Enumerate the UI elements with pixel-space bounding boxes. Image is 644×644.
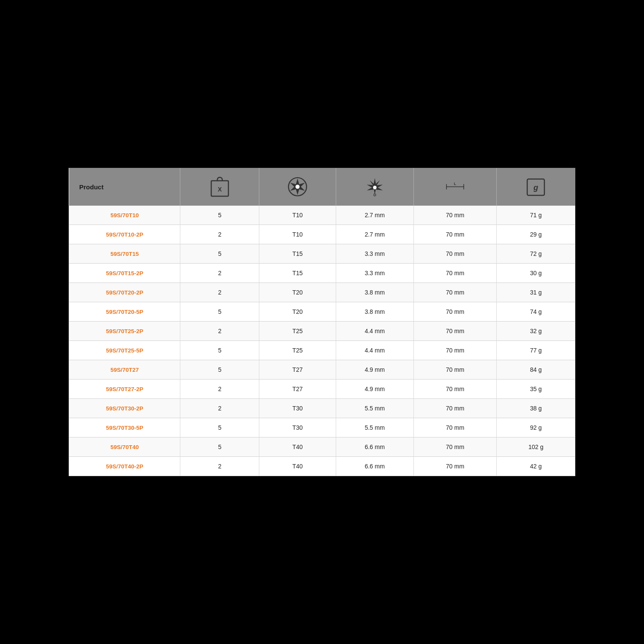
diameter-cell: 3.8 mm [336,283,413,302]
product-cell: 59S/70T10 [69,206,180,225]
weight-cell: 31 g [497,283,575,302]
torx-cell: T30 [259,418,336,437]
product-cell: 59S/70T25-2P [69,322,180,341]
weight-cell: 30 g [497,264,575,283]
diameter-star-icon: D [365,177,384,196]
torx-cell: T20 [259,283,336,302]
diameter-cell: 4.9 mm [336,380,413,399]
table-row: 59S/70T275T274.9 mm70 mm84 g [69,360,575,380]
product-cell: 59S/70T40 [69,437,180,457]
diameter-cell: 5.5 mm [336,399,413,418]
weight-cell: 72 g [497,244,575,264]
length-cell: 70 mm [413,302,497,322]
product-cell: 59S/70T25-5P [69,341,180,360]
qty-cell: 2 [180,457,259,476]
weight-cell: 42 g [497,457,575,476]
diameter-cell: 2.7 mm [336,225,413,244]
torx-cell: T40 [259,457,336,476]
table-row: 59S/70T25-5P5T254.4 mm70 mm77 g [69,341,575,360]
col-header-product: Product [69,168,180,206]
table-row: 59S/70T30-2P2T305.5 mm70 mm38 g [69,399,575,418]
torx-cell: T15 [259,264,336,283]
qty-cell: 5 [180,244,259,264]
product-cell: 59S/70T40-2P [69,457,180,476]
product-cell: 59S/70T27-2P [69,380,180,399]
length-icon-group: L [419,181,492,193]
table-header-row: Product X [69,168,575,206]
length-cell: 70 mm [413,418,497,437]
qty-cell: 5 [180,341,259,360]
qty-cell: 5 [180,418,259,437]
torx-cell: T25 [259,322,336,341]
product-cell: 59S/70T20-2P [69,283,180,302]
table-row: 59S/70T30-5P5T305.5 mm70 mm92 g [69,418,575,437]
table-row: 59S/70T405T406.6 mm70 mm102 g [69,437,575,457]
length-cell: 70 mm [413,244,497,264]
diameter-cell: 6.6 mm [336,457,413,476]
qty-cell: 5 [180,360,259,380]
qty-cell: 5 [180,206,259,225]
table-row: 59S/70T155T153.3 mm70 mm72 g [69,244,575,264]
qty-cell: 2 [180,264,259,283]
weight-cell: 38 g [497,399,575,418]
col-header-weight: g [497,168,575,206]
weight-cell: 92 g [497,418,575,437]
product-cell: 59S/70T15 [69,244,180,264]
svg-point-6 [373,185,377,189]
length-cell: 70 mm [413,457,497,476]
qty-cell: 2 [180,225,259,244]
diameter-cell: 2.7 mm [336,206,413,225]
torx-star-icon [288,177,307,197]
svg-text:g: g [533,183,538,192]
weight-cell: 102 g [497,437,575,457]
weight-cell: 74 g [497,302,575,322]
table-row: 59S/70T40-2P2T406.6 mm70 mm42 g [69,457,575,476]
table-row: 59S/70T15-2P2T153.3 mm70 mm30 g [69,264,575,283]
diameter-cell: 3.3 mm [336,244,413,264]
table-row: 59S/70T25-2P2T254.4 mm70 mm32 g [69,322,575,341]
table-body: 59S/70T105T102.7 mm70 mm71 g59S/70T10-2P… [69,206,575,476]
weight-cell: 35 g [497,380,575,399]
length-cell: 70 mm [413,264,497,283]
table-row: 59S/70T20-2P2T203.8 mm70 mm31 g [69,283,575,302]
product-cell: 59S/70T10-2P [69,225,180,244]
table-row: 59S/70T27-2P2T274.9 mm70 mm35 g [69,380,575,399]
table-row: 59S/70T105T102.7 mm70 mm71 g [69,206,575,225]
diameter-cell: 4.4 mm [336,341,413,360]
length-cell: 70 mm [413,341,497,360]
product-table-wrapper: Product X [69,168,575,476]
torx-cell: T15 [259,244,336,264]
torx-cell: T40 [259,437,336,457]
svg-text:X: X [218,186,222,193]
diameter-cell: 3.8 mm [336,302,413,322]
svg-text:L: L [454,182,456,186]
weight-cell: 71 g [497,206,575,225]
weight-cell: 84 g [497,360,575,380]
product-table: Product X [69,168,575,476]
col-header-torx [259,168,336,206]
quantity-icon-group: X [185,176,254,198]
col-header-quantity: X [180,168,259,206]
length-cell: 70 mm [413,225,497,244]
torx-cell: T20 [259,302,336,322]
torx-cell: T27 [259,360,336,380]
diameter-icon-group: D [341,177,408,196]
torx-cell: T10 [259,225,336,244]
torx-cell: T10 [259,206,336,225]
svg-text:D: D [373,193,376,196]
product-cell: 59S/70T30-5P [69,418,180,437]
diameter-cell: 3.3 mm [336,264,413,283]
length-cell: 70 mm [413,206,497,225]
weight-cell: 29 g [497,225,575,244]
col-header-diameter: D [336,168,413,206]
length-cell: 70 mm [413,322,497,341]
diameter-cell: 4.4 mm [336,322,413,341]
length-cell: 70 mm [413,380,497,399]
diameter-cell: 6.6 mm [336,437,413,457]
package-icon: X [210,176,230,198]
diameter-cell: 4.9 mm [336,360,413,380]
weight-cell: 32 g [497,322,575,341]
torx-cell: T25 [259,341,336,360]
table-row: 59S/70T10-2P2T102.7 mm70 mm29 g [69,225,575,244]
product-cell: 59S/70T20-5P [69,302,180,322]
